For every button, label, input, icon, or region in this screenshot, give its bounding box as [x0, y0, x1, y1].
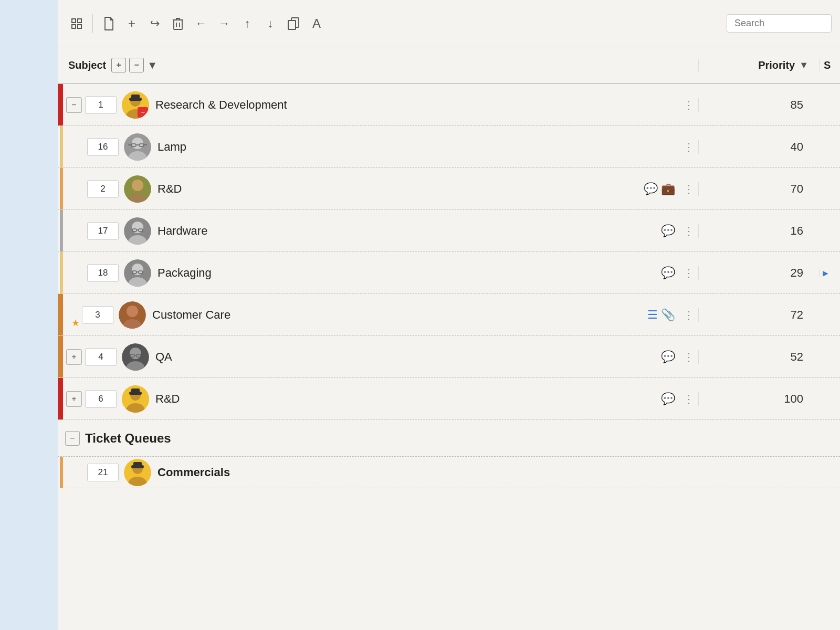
- chat-icon: 💬: [661, 224, 675, 238]
- avatar: [124, 217, 151, 245]
- copy-icon[interactable]: [283, 13, 304, 34]
- row-priority: 100: [698, 392, 819, 406]
- row-menu-dots[interactable]: ⋮: [684, 267, 694, 279]
- row-label: Customer Care: [152, 308, 647, 322]
- subject-label: Subject: [68, 59, 106, 71]
- add-icon[interactable]: +: [121, 13, 142, 34]
- up-icon[interactable]: ↑: [237, 13, 258, 34]
- back-icon[interactable]: ←: [191, 13, 212, 34]
- font-icon[interactable]: A: [306, 13, 327, 34]
- table-row: ★ 3 Customer Care ☰ 📎 ⋮ 72: [58, 294, 840, 336]
- row-menu-dots[interactable]: ⋮: [684, 99, 694, 111]
- svg-rect-51: [131, 388, 140, 393]
- avatar: [122, 343, 149, 371]
- svg-rect-8: [288, 20, 296, 29]
- row-menu-dots[interactable]: ⋮: [684, 351, 694, 363]
- expand-all-button[interactable]: +: [111, 58, 126, 72]
- row-number: 16: [87, 138, 119, 156]
- row-number: 21: [87, 464, 119, 481]
- row-menu-dots[interactable]: ⋮: [684, 141, 694, 153]
- collapse-button[interactable]: −: [66, 97, 82, 113]
- document-icon[interactable]: [98, 13, 119, 34]
- svg-rect-3: [78, 25, 81, 28]
- delete-icon[interactable]: [167, 13, 188, 34]
- row-label: Research & Development: [155, 98, 675, 112]
- left-panel: [0, 0, 58, 630]
- row-number: 18: [87, 264, 119, 282]
- row-label: Commercials: [158, 466, 840, 479]
- down-icon[interactable]: ↓: [260, 13, 281, 34]
- expand-button[interactable]: +: [66, 391, 82, 407]
- avatar: [124, 175, 151, 203]
- row-menu-dots[interactable]: ⋮: [684, 225, 694, 237]
- svg-point-16: [132, 138, 143, 149]
- section-label: Ticket Queues: [85, 431, 171, 446]
- svg-point-24: [132, 180, 143, 191]
- main-content: + ↪ ← → ↑ ↓ A Subject: [58, 0, 840, 630]
- forward-icon[interactable]: →: [214, 13, 235, 34]
- toolbar: + ↪ ← → ↑ ↓ A: [58, 0, 840, 47]
- grid-icon[interactable]: [66, 13, 87, 34]
- svg-rect-4: [174, 20, 182, 29]
- avatar: [124, 259, 151, 287]
- row-number: 17: [87, 222, 119, 240]
- row-action-icons: 💬: [661, 224, 675, 238]
- table-row: 18 Packaging 💬 ⋮ 29 ▶: [58, 252, 840, 294]
- table-row: − 1 → Research & Development ⋮ 85: [58, 84, 840, 126]
- table-row: + 4 QA 💬 ⋮ 52: [58, 336, 840, 378]
- chat-icon: 💬: [661, 392, 675, 406]
- row-number: 6: [85, 390, 117, 408]
- expand-button[interactable]: +: [66, 349, 82, 365]
- table-row: 2 R&D 💬 💼 ⋮ 70: [58, 168, 840, 210]
- row-color-bar: [58, 378, 63, 419]
- header-controls: + − ▼: [111, 58, 158, 72]
- row-color-bar: [60, 210, 63, 251]
- toolbar-divider-1: [92, 14, 93, 33]
- redirect-icon[interactable]: ↪: [144, 13, 165, 34]
- row-s-col: ▶: [819, 269, 840, 277]
- svg-rect-2: [72, 25, 76, 28]
- row-label: QA: [155, 350, 661, 364]
- svg-rect-1: [78, 19, 81, 23]
- svg-point-39: [127, 306, 138, 317]
- clip-icon: 📎: [661, 308, 675, 322]
- avatar: [122, 385, 149, 413]
- table-row: + 6 R&D 💬 ⋮ 100: [58, 378, 840, 420]
- row-priority: 70: [698, 182, 819, 196]
- row-priority: 72: [698, 308, 819, 322]
- row-priority: 16: [698, 224, 819, 238]
- row-priority: 85: [698, 98, 819, 112]
- list-icon: ☰: [647, 308, 658, 322]
- row-action-icons: 💬 💼: [644, 182, 675, 196]
- row-label: R&D: [158, 182, 644, 196]
- table-row: 17 Hardware 💬 ⋮ 16: [58, 210, 840, 252]
- avatar: [119, 301, 146, 329]
- row-color-bar: [60, 168, 63, 209]
- search-input[interactable]: [734, 18, 818, 29]
- row-action-icons: 💬: [661, 350, 675, 364]
- section-collapse-button[interactable]: −: [65, 431, 80, 446]
- svg-rect-14: [131, 94, 140, 99]
- filter-icon[interactable]: ▼: [147, 59, 158, 71]
- row-color-bar: [60, 252, 63, 293]
- chat-icon: 💬: [661, 350, 675, 364]
- collapse-all-button[interactable]: −: [129, 58, 144, 72]
- row-number: 1: [85, 96, 117, 114]
- row-number: 2: [87, 180, 119, 198]
- avatar: [124, 133, 151, 161]
- row-priority: 52: [698, 350, 819, 364]
- row-menu-dots[interactable]: ⋮: [684, 393, 694, 405]
- row-number: 3: [82, 306, 113, 324]
- priority-filter-icon[interactable]: ▼: [799, 60, 808, 71]
- search-box[interactable]: [727, 14, 832, 33]
- row-color-bar: [60, 457, 63, 488]
- header-priority: Priority ▼: [698, 59, 819, 71]
- row-menu-dots[interactable]: ⋮: [684, 183, 694, 195]
- row-label: Lamp: [158, 140, 675, 154]
- svg-rect-0: [72, 19, 76, 23]
- row-menu-dots[interactable]: ⋮: [684, 309, 694, 321]
- chat-blue-icon: 💬: [661, 266, 675, 280]
- priority-label: Priority: [758, 59, 795, 71]
- row-priority: 40: [698, 140, 819, 154]
- row-color-bar: [58, 294, 63, 335]
